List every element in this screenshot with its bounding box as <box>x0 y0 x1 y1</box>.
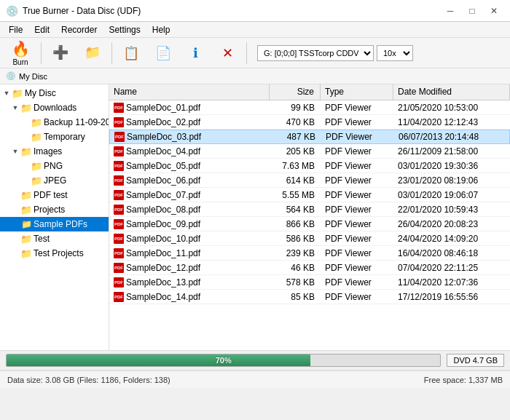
sidebar-item-test-projects[interactable]: 📁 Test Projects <box>0 246 109 261</box>
add-files-button[interactable]: ➕ <box>46 41 75 64</box>
toggle-projects <box>10 205 20 215</box>
table-row[interactable]: PDFSampleDoc_01.pdf99 KBPDF Viewer21/05/… <box>109 100 510 115</box>
maximize-button[interactable]: □ <box>462 4 482 18</box>
table-row[interactable]: PDFSampleDoc_06.pdf614 KBPDF Viewer23/01… <box>109 173 510 188</box>
toggle-jpeg <box>20 175 31 186</box>
label-downloads: Downloads <box>34 103 76 113</box>
new-folder-button[interactable]: 📁 <box>78 41 107 64</box>
pdf-icon: PDF <box>114 234 124 244</box>
sidebar-item-sample-pdfs[interactable]: 📁 Sample PDFs <box>0 217 109 231</box>
menu-bar: File Edit Recorder Settings Help <box>0 22 510 38</box>
sidebar-item-downloads[interactable]: ▼ 📁 Downloads <box>0 100 109 115</box>
info-button[interactable]: ℹ <box>181 42 210 64</box>
burn-button[interactable]: 🔥 Burn <box>4 37 36 69</box>
speed-dropdown[interactable]: 10x <box>377 45 413 61</box>
separator-2 <box>111 42 112 64</box>
toggle-pdf-test <box>10 190 20 200</box>
window-title: True Burner - Data Disc (UDF) <box>23 6 141 16</box>
burn-label: Burn <box>12 58 28 66</box>
menu-settings[interactable]: Settings <box>103 23 146 36</box>
sidebar-item-my-disc[interactable]: ▼ 📁 My Disc <box>0 86 109 100</box>
folder-icon-sample-pdfs: 📁 <box>20 219 32 229</box>
separator-3 <box>246 42 247 64</box>
file-list-area: Name Size Type Date Modified PDFSampleDo… <box>109 84 510 350</box>
col-header-type[interactable]: Type <box>321 84 393 100</box>
copy-icon: 📄 <box>155 45 171 61</box>
label-pdf-test: PDF test <box>34 190 68 200</box>
sidebar-item-projects[interactable]: 📁 Projects <box>0 202 109 217</box>
folder-icon-downloads: 📁 <box>20 103 32 113</box>
toggle-test-projects <box>10 248 20 258</box>
pdf-icon: PDF <box>114 132 125 142</box>
status-left: Data size: 3.08 GB (Files: 1186, Folders… <box>7 376 170 384</box>
new-folder-icon: 📁 <box>85 44 101 60</box>
app-icon: 💿 <box>6 5 18 17</box>
minimize-button[interactable]: ─ <box>440 4 460 18</box>
folder-icon-png: 📁 <box>31 161 42 171</box>
menu-file[interactable]: File <box>3 23 28 36</box>
menu-edit[interactable]: Edit <box>28 23 55 36</box>
col-header-name[interactable]: Name <box>109 84 270 100</box>
table-row[interactable]: PDFSampleDoc_09.pdf866 KBPDF Viewer26/04… <box>109 217 510 231</box>
sidebar-item-jpeg[interactable]: 📁 JPEG <box>0 173 109 188</box>
burn-icon: 🔥 <box>12 40 30 58</box>
title-bar-controls: ─ □ ✕ <box>440 4 504 18</box>
folder-icon-images: 📁 <box>20 146 32 156</box>
info-icon: ℹ <box>193 45 198 61</box>
pdf-icon: PDF <box>114 263 124 273</box>
table-row[interactable]: PDFSampleDoc_04.pdf205 KBPDF Viewer26/11… <box>109 144 510 159</box>
toggle-temporary <box>20 132 31 142</box>
table-row[interactable]: PDFSampleDoc_10.pdf586 KBPDF Viewer24/04… <box>109 231 510 246</box>
table-row[interactable]: PDFSampleDoc_08.pdf564 KBPDF Viewer22/01… <box>109 202 510 217</box>
status-bar: Data size: 3.08 GB (Files: 1186, Folders… <box>0 371 510 388</box>
delete-button[interactable]: ✕ <box>213 42 242 64</box>
menu-help[interactable]: Help <box>146 23 176 36</box>
table-row[interactable]: PDFSampleDoc_13.pdf578 KBPDF Viewer11/04… <box>109 275 510 290</box>
file-list-header: Name Size Type Date Modified <box>109 84 510 100</box>
folder-icon-backup: 📁 <box>31 117 42 127</box>
toggle-backup <box>20 117 31 127</box>
toggle-downloads: ▼ <box>10 103 20 113</box>
toolbar: 🔥 Burn ➕ 📁 📋 📄 ℹ ✕ G: [0;0;0] TSSTcorp C… <box>0 38 510 68</box>
pdf-icon: PDF <box>114 161 124 171</box>
sidebar-item-pdf-test[interactable]: 📁 PDF test <box>0 188 109 202</box>
drive-dropdown[interactable]: G: [0;0;0] TSSTcorp CDDVDw <box>257 45 374 61</box>
sidebar-item-temporary[interactable]: 📁 Temporary <box>0 130 109 144</box>
table-row[interactable]: PDFSampleDoc_07.pdf5.55 MBPDF Viewer03/0… <box>109 188 510 202</box>
label-temporary: Temporary <box>44 132 85 142</box>
main-content: ▼ 📁 My Disc ▼ 📁 Downloads 📁 Backup 11-09… <box>0 84 510 350</box>
status-right: Free space: 1,337 MB <box>424 376 503 384</box>
sidebar-item-test[interactable]: 📁 Test <box>0 231 109 246</box>
label-backup: Backup 11-09-20 <box>44 117 109 127</box>
col-header-size[interactable]: Size <box>270 84 321 100</box>
title-bar: 💿 True Burner - Data Disc (UDF) ─ □ ✕ <box>0 0 510 22</box>
close-button[interactable]: ✕ <box>484 4 504 18</box>
sidebar-item-backup[interactable]: 📁 Backup 11-09-20 <box>0 115 109 130</box>
table-row[interactable]: PDFSampleDoc_11.pdf239 KBPDF Viewer16/04… <box>109 246 510 261</box>
menu-recorder[interactable]: Recorder <box>55 23 103 36</box>
table-row[interactable]: PDFSampleDoc_02.pdf470 KBPDF Viewer11/04… <box>109 115 510 130</box>
folder-icon-test-projects: 📁 <box>20 248 32 258</box>
drive-selector: G: [0;0;0] TSSTcorp CDDVDw 10x <box>257 45 413 61</box>
table-row[interactable]: PDFSampleDoc_05.pdf7.63 MBPDF Viewer03/0… <box>109 159 510 173</box>
move-button[interactable]: 📋 <box>117 42 146 64</box>
table-row[interactable]: PDFSampleDoc_03.pdf487 KBPDF Viewer06/07… <box>109 130 510 144</box>
copy-button[interactable]: 📄 <box>149 42 178 64</box>
folder-icon-jpeg: 📁 <box>31 175 42 186</box>
label-test-projects: Test Projects <box>34 248 84 258</box>
pdf-icon: PDF <box>114 103 124 113</box>
disc-label-text: My Disc <box>19 72 47 81</box>
col-header-date[interactable]: Date Modified <box>393 84 510 100</box>
label-images: Images <box>34 146 62 156</box>
pdf-icon: PDF <box>114 190 124 200</box>
disc-type-badge: DVD 4.7 GB <box>447 354 504 367</box>
sidebar-item-png[interactable]: 📁 PNG <box>0 159 109 173</box>
toggle-my-disc: ▼ <box>1 88 12 98</box>
folder-icon-test: 📁 <box>20 234 32 244</box>
table-row[interactable]: PDFSampleDoc_14.pdf85 KBPDF Viewer17/12/… <box>109 290 510 304</box>
pdf-icon: PDF <box>114 117 124 127</box>
sidebar-item-images[interactable]: ▼ 📁 Images <box>0 144 109 159</box>
table-row[interactable]: PDFSampleDoc_12.pdf46 KBPDF Viewer07/04/… <box>109 261 510 275</box>
label-test: Test <box>34 234 50 244</box>
label-sample-pdfs: Sample PDFs <box>34 219 87 229</box>
